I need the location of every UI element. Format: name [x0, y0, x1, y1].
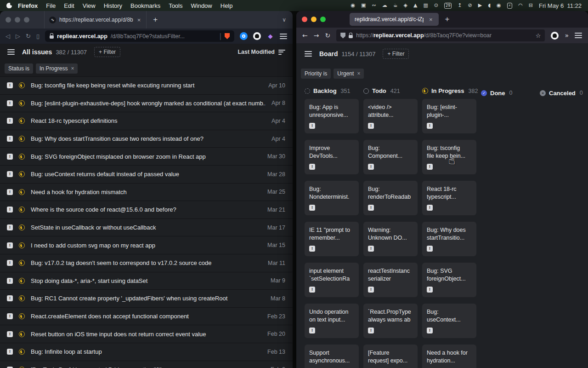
status-in-progress-icon[interactable]: [19, 171, 25, 177]
browser-tab[interactable]: ∿ https://repliear.vercel.app/d/8b ×: [44, 11, 147, 29]
tab-close-icon[interactable]: ×: [428, 16, 434, 23]
board-card[interactable]: Warning: Unknown DO... !: [363, 222, 418, 256]
brave-shield-icon[interactable]: [225, 33, 230, 39]
menu-item[interactable]: Edit: [60, 2, 78, 9]
status-in-progress-icon[interactable]: [19, 136, 25, 142]
priority-urgent-icon[interactable]: !: [7, 207, 13, 213]
control-center-icon[interactable]: ⊟: [529, 3, 533, 8]
display-icon[interactable]: ▣: [361, 3, 366, 8]
issue-row[interactable]: ! React 18-rc typescript definitions Apr…: [0, 112, 293, 130]
status-in-progress-icon[interactable]: [19, 82, 25, 88]
priority-urgent-icon[interactable]: !: [7, 154, 13, 160]
priority-urgent-icon[interactable]: !: [7, 278, 13, 284]
status-in-progress-icon[interactable]: [19, 154, 25, 160]
priority-urgent-icon[interactable]: !: [7, 313, 13, 319]
issue-row[interactable]: ! Bug: tsconfig file keep being reset wh…: [0, 77, 293, 95]
calendar-icon[interactable]: 29: [444, 3, 452, 9]
board-card[interactable]: React 18-rc typescript... !: [422, 181, 476, 215]
priority-urgent-icon[interactable]: !: [7, 331, 13, 337]
close-window-button[interactable]: [302, 17, 307, 22]
board-card[interactable]: Bug: Component... !: [363, 140, 418, 174]
close-window-button[interactable]: [6, 17, 11, 23]
account-circle-icon[interactable]: ◉: [497, 3, 501, 8]
board-card[interactable]: IE 11 "prompt to remember... !: [305, 222, 359, 256]
apple-menu-icon[interactable]: [6, 3, 12, 8]
address-bar[interactable]: https://repliear.vercel.app/d/8bTaoq7F0e…: [336, 29, 545, 41]
onepassword-icon[interactable]: [240, 32, 248, 40]
status-in-progress-icon[interactable]: [19, 224, 25, 230]
board-card[interactable]: <video /> attribute... !: [363, 99, 418, 133]
board-card[interactable]: input element `setSelectionRa !: [305, 263, 359, 297]
board-card[interactable]: Bug: Why does startTransitio... !: [422, 222, 476, 256]
sidebar-menu-icon[interactable]: [305, 51, 312, 57]
status-in-progress-icon[interactable]: [19, 207, 25, 213]
board-card[interactable]: Bug: useContext... !: [422, 304, 476, 338]
window-controls[interactable]: [6, 17, 29, 23]
board-card[interactable]: Improve DevTools... !: [305, 140, 359, 174]
layout-icon[interactable]: ▥: [423, 3, 428, 8]
status-in-progress-icon[interactable]: [19, 189, 25, 195]
add-filter-button[interactable]: + Filter: [94, 47, 120, 57]
toolbar-overflow-icon[interactable]: »: [565, 32, 569, 39]
minimize-window-button[interactable]: [15, 17, 20, 23]
priority-urgent-icon[interactable]: !: [7, 260, 13, 266]
tracking-shield-icon[interactable]: [340, 33, 345, 39]
cloud-icon[interactable]: ☁: [382, 3, 387, 8]
filter-value-chip[interactable]: Urgent ×: [334, 69, 364, 79]
issue-row[interactable]: ! Bug: Why does startTransition cause tw…: [0, 130, 293, 148]
menu-item[interactable]: Tools: [164, 2, 187, 9]
board-card[interactable]: Undo operation on text input... !: [305, 304, 359, 338]
tab-close-icon[interactable]: ×: [136, 17, 142, 23]
forward-button[interactable]: ▷: [16, 33, 20, 40]
zoom-window-button[interactable]: [320, 17, 326, 22]
play-circle-icon[interactable]: ▶: [478, 3, 482, 8]
status-in-progress-icon[interactable]: [19, 100, 25, 106]
volume-icon[interactable]: ◖: [488, 3, 491, 8]
status-in-progress-icon[interactable]: [19, 260, 25, 266]
menu-clock[interactable]: Fri May 6 11:22: [539, 2, 582, 9]
browser-menu-icon[interactable]: [280, 34, 287, 39]
sync-icon[interactable]: ∾: [372, 3, 376, 8]
board-card[interactable]: Bug: SVG foreignObject... !: [422, 263, 476, 297]
wifi-icon[interactable]: ◠: [518, 3, 523, 8]
issue-row[interactable]: ! Bug: SVG foreignObject misplaced on br…: [0, 148, 293, 166]
bookmark-icon[interactable]: ▯: [36, 33, 40, 40]
issue-row[interactable]: ! Bug: v17.0.2 tag doesn't seem to corre…: [0, 254, 293, 272]
browser-tab[interactable]: replidraw2.vercel.app/d/c-iZpq ×: [350, 13, 439, 26]
issue-row[interactable]: ! React.createElement does not accept fu…: [0, 308, 293, 326]
status-in-progress-icon[interactable]: [19, 278, 25, 284]
priority-urgent-icon[interactable]: !: [7, 189, 13, 195]
status-in-progress-icon[interactable]: [19, 331, 25, 337]
issue-row[interactable]: ! I need to add custom svg map on my rea…: [0, 236, 293, 254]
bookmark-star-icon[interactable]: ☆: [536, 32, 541, 39]
issue-row[interactable]: ! Need a hook for hydration mismatch Mar…: [0, 184, 293, 201]
filter-value-chip[interactable]: In Progress ×: [36, 63, 78, 74]
board-card[interactable]: Bug: [eslint- plugin-... !: [422, 99, 476, 133]
minimize-window-button[interactable]: [311, 17, 317, 22]
board-card[interactable]: Bug: renderToReadab !: [363, 181, 418, 215]
new-tab-button[interactable]: +: [153, 15, 158, 24]
docker-icon[interactable]: ☕: [393, 3, 398, 8]
tab-list-chevron-icon[interactable]: ∨: [282, 17, 286, 23]
github-extension-icon[interactable]: [253, 32, 261, 40]
status-in-progress-icon[interactable]: [19, 118, 25, 124]
remove-filter-icon[interactable]: ×: [357, 70, 360, 77]
menu-item[interactable]: View: [79, 2, 100, 9]
browser-menu-icon[interactable]: [575, 33, 582, 38]
priority-urgent-icon[interactable]: !: [7, 82, 13, 88]
upload-icon[interactable]: ↥: [458, 3, 462, 8]
priority-urgent-icon[interactable]: !: [7, 295, 13, 301]
zoom-window-button[interactable]: [24, 17, 29, 23]
issue-row[interactable]: ! Stop doing data-*, aria-*, start using…: [0, 272, 293, 290]
extension-puzzle-icon[interactable]: ◆: [266, 32, 274, 40]
menu-item-firefox[interactable]: Firefox: [14, 2, 42, 9]
issue-row[interactable]: ! SetState in useCallback or without use…: [0, 219, 293, 237]
priority-urgent-icon[interactable]: !: [7, 136, 13, 142]
status-in-progress-icon[interactable]: [19, 349, 25, 355]
board-card[interactable]: Need a hook for hydration... !: [422, 345, 476, 368]
issue-row[interactable]: ! Bug: RC1 Cannot create property '_upda…: [0, 290, 293, 308]
github-extension-icon[interactable]: [551, 32, 559, 40]
issue-row[interactable]: ! Bug: Infinite loop at startup Feb 13: [0, 343, 293, 361]
status-in-progress-icon[interactable]: [19, 313, 25, 319]
priority-urgent-icon[interactable]: !: [7, 171, 13, 177]
